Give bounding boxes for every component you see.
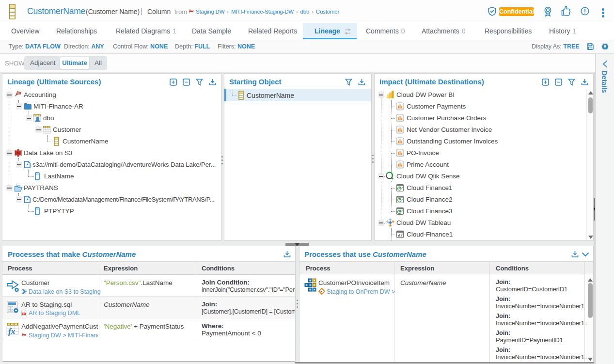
- svg-text:fx: fx: [8, 327, 16, 336]
